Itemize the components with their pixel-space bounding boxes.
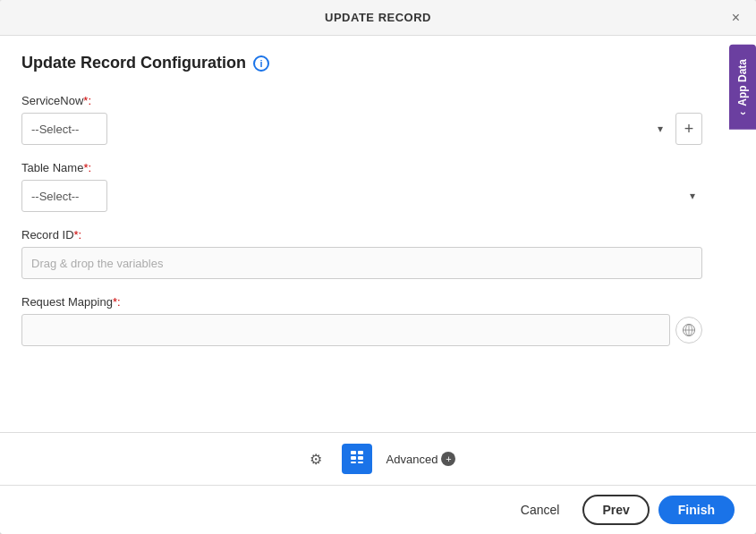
requestmapping-input-row [21,314,702,346]
app-data-tab[interactable]: ‹ App Data [729,45,756,130]
prev-button[interactable]: Prev [582,495,649,525]
bottom-toolbar: ⚙ Advanced + [0,432,756,485]
modal-container: UPDATE RECORD × ‹ App Data Update Record… [0,0,756,534]
diagram-button[interactable] [342,444,372,474]
modal-content: Update Record Configuration i ServiceNow… [0,36,756,432]
requestmapping-field-group: Request Mapping*: [21,295,702,346]
advanced-plus-icon: + [441,452,455,466]
info-icon[interactable]: i [253,55,269,72]
svg-rect-9 [358,462,363,463]
recordid-placeholder: Drag & drop the variables [31,257,163,270]
advanced-button[interactable]: Advanced + [386,452,456,466]
svg-rect-5 [358,451,363,454]
footer-bar: Cancel Prev Finish [0,485,756,534]
close-button[interactable]: × [726,9,745,27]
app-data-chevron: ‹ [736,112,749,115]
svg-rect-4 [351,451,356,454]
svg-rect-6 [351,456,356,460]
advanced-label: Advanced [386,453,438,466]
diagram-icon [350,450,364,468]
servicenow-select-container: --Select-- ▾ [21,113,670,145]
tablename-label: Table Name*: [21,161,702,174]
servicenow-add-button[interactable]: + [675,113,702,145]
servicenow-input-row: --Select-- ▾ + [21,113,702,145]
tablename-field-group: Table Name*: --Select-- ▾ [21,161,702,212]
modal-title: UPDATE RECORD [325,11,431,24]
servicenow-dropdown-icon: ▾ [658,123,663,135]
gear-icon: ⚙ [310,451,322,468]
recordid-field-group: Record ID*: Drag & drop the variables [21,228,702,279]
requestmapping-input[interactable] [21,314,670,346]
tablename-select[interactable]: --Select-- [21,180,107,212]
finish-button[interactable]: Finish [658,496,735,524]
servicenow-label: ServiceNow*: [21,94,702,107]
requestmapping-grid-icon[interactable] [675,317,702,343]
cancel-button[interactable]: Cancel [506,496,574,524]
gear-button[interactable]: ⚙ [301,444,331,474]
section-title-text: Update Record Configuration [21,54,246,72]
recordid-label: Record ID*: [21,228,702,242]
requestmapping-label: Request Mapping*: [21,295,702,309]
recordid-input[interactable]: Drag & drop the variables [21,247,702,279]
tablename-select-container: --Select-- ▾ [21,180,702,212]
svg-rect-7 [358,456,363,460]
servicenow-select[interactable]: --Select-- [21,113,107,145]
section-heading: Update Record Configuration i [21,54,702,72]
title-bar: UPDATE RECORD × [0,0,756,36]
tablename-dropdown-icon: ▾ [690,190,695,202]
servicenow-field-group: ServiceNow*: --Select-- ▾ + [21,94,702,145]
app-data-label: App Data [736,59,749,106]
svg-rect-8 [351,462,356,463]
toolbar-icons: ⚙ [301,444,372,474]
